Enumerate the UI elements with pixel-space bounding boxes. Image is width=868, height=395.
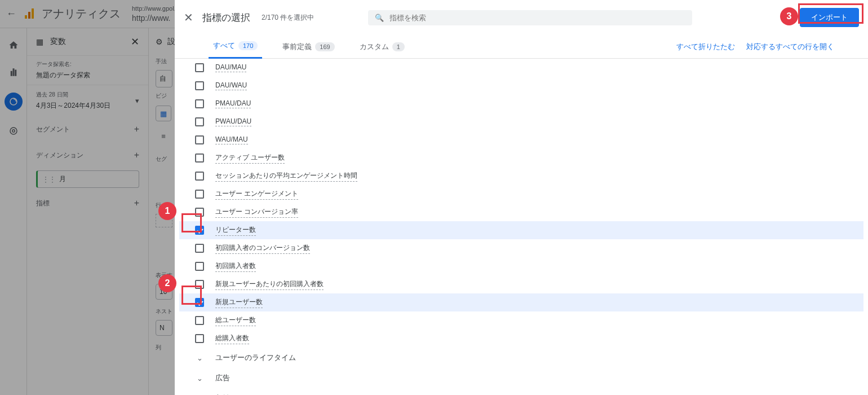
metric-group-row[interactable]: ⌄広告 bbox=[179, 368, 863, 388]
metric-label: アクティブ ユーザー数 bbox=[215, 153, 285, 164]
group-label: ユーザーのライフタイム bbox=[215, 353, 296, 363]
metric-label: DAU/WAU bbox=[215, 81, 247, 90]
chevron-down-icon: ⌄ bbox=[194, 374, 205, 383]
close-modal-icon[interactable]: ✕ bbox=[184, 11, 193, 24]
metric-checkbox[interactable] bbox=[194, 134, 205, 146]
metric-row[interactable]: PWAU/DAU bbox=[179, 113, 863, 131]
metric-label: 新規ユーザー数 bbox=[215, 297, 263, 308]
metric-label: PMAU/DAU bbox=[215, 99, 251, 108]
tab-all-count: 170 bbox=[238, 41, 258, 50]
modal-tabs: すべて 170 事前定義 169 カスタム 1 すべて折りたたむ 対応するすべて… bbox=[175, 35, 868, 59]
callout-3-box bbox=[798, 3, 863, 24]
chevron-down-icon: ⌄ bbox=[194, 354, 205, 362]
metric-label: DAU/MAU bbox=[215, 63, 246, 72]
metric-row[interactable]: 新規ユーザーあたりの初回購入者数 bbox=[179, 275, 863, 293]
metric-row[interactable]: WAU/MAU bbox=[179, 131, 863, 149]
metric-checkbox[interactable] bbox=[194, 116, 205, 128]
group-label: 広告 bbox=[215, 373, 230, 383]
metric-checkbox[interactable] bbox=[194, 152, 205, 164]
metric-checkbox[interactable] bbox=[194, 80, 205, 91]
metric-checkbox[interactable] bbox=[194, 261, 205, 272]
metric-row[interactable]: ユーザー コンバージョン率 bbox=[179, 203, 863, 221]
metric-checkbox[interactable] bbox=[194, 188, 205, 200]
metric-row[interactable]: PMAU/DAU bbox=[179, 95, 863, 113]
metric-picker-modal: ✕ 指標の選択 2/170 件を選択中 🔍 インポート すべて 170 事前定義… bbox=[175, 0, 868, 395]
metric-row[interactable]: アクティブ ユーザー数 bbox=[179, 149, 863, 167]
tab-custom[interactable]: カスタム 1 bbox=[355, 35, 409, 59]
metric-list[interactable]: DAU/MAUDAU/WAUPMAU/DAUPWAU/DAUWAU/MAUアクテ… bbox=[175, 59, 868, 395]
metric-checkbox[interactable] bbox=[194, 333, 205, 344]
callout-2: 2 bbox=[158, 274, 176, 292]
metric-label: 総ユーザー数 bbox=[215, 315, 256, 326]
callout-1: 1 bbox=[158, 202, 176, 220]
metric-label: 初回購入者数 bbox=[215, 261, 256, 272]
tab-predefined-count: 169 bbox=[315, 42, 334, 51]
metric-row[interactable]: 総購入者数 bbox=[179, 330, 863, 348]
metric-checkbox[interactable] bbox=[194, 243, 205, 254]
metric-label: WAU/MAU bbox=[215, 135, 248, 144]
metric-group-row[interactable]: ⌄収益 bbox=[179, 388, 863, 395]
metric-label: ユーザー コンバージョン率 bbox=[215, 207, 298, 218]
callout-1-box bbox=[181, 213, 202, 232]
metric-row[interactable]: 新規ユーザー数 bbox=[179, 293, 863, 311]
tab-all-label: すべて bbox=[213, 41, 235, 51]
metric-row[interactable]: DAU/MAU bbox=[179, 59, 863, 77]
metric-row[interactable]: 初回購入者数 bbox=[179, 257, 863, 275]
tab-predefined[interactable]: 事前定義 169 bbox=[278, 35, 339, 59]
tab-custom-count: 1 bbox=[392, 42, 405, 51]
search-box[interactable]: 🔍 bbox=[368, 10, 692, 25]
modal-title: 指標の選択 bbox=[202, 11, 250, 24]
metric-row[interactable]: リピーター数 bbox=[179, 221, 863, 239]
tab-custom-label: カスタム bbox=[360, 42, 389, 52]
modal-overlay[interactable] bbox=[0, 0, 175, 395]
callout-3: 3 bbox=[780, 7, 798, 25]
metric-row[interactable]: セッションあたりの平均エンゲージメント時間 bbox=[179, 167, 863, 185]
search-input[interactable] bbox=[389, 14, 685, 22]
metric-label: 初回購入者のコンバージョン数 bbox=[215, 243, 310, 254]
search-icon: 🔍 bbox=[375, 14, 384, 22]
metric-label: リピーター数 bbox=[215, 225, 256, 236]
expand-all-link[interactable]: 対応するすべての行を開く bbox=[746, 42, 834, 52]
metric-checkbox[interactable] bbox=[194, 62, 205, 73]
tab-predefined-label: 事前定義 bbox=[282, 42, 312, 52]
metric-label: PWAU/DAU bbox=[215, 117, 251, 126]
metric-label: 総購入者数 bbox=[215, 333, 249, 344]
collapse-all-link[interactable]: すべて折りたたむ bbox=[676, 42, 735, 52]
metric-row[interactable]: 総ユーザー数 bbox=[179, 311, 863, 330]
metric-group-row[interactable]: ⌄ユーザーのライフタイム bbox=[179, 348, 863, 368]
metric-label: セッションあたりの平均エンゲージメント時間 bbox=[215, 171, 357, 182]
callout-2-box bbox=[181, 286, 202, 305]
metric-checkbox[interactable] bbox=[194, 315, 205, 326]
metric-label: ユーザー エンゲージメント bbox=[215, 189, 298, 200]
modal-subtitle: 2/170 件を選択中 bbox=[262, 13, 314, 23]
tab-all[interactable]: すべて 170 bbox=[209, 35, 262, 59]
modal-header: ✕ 指標の選択 2/170 件を選択中 🔍 インポート bbox=[175, 0, 868, 35]
metric-row[interactable]: 初回購入者のコンバージョン数 bbox=[179, 239, 863, 257]
metric-label: 新規ユーザーあたりの初回購入者数 bbox=[215, 279, 324, 290]
metric-checkbox[interactable] bbox=[194, 170, 205, 182]
metric-row[interactable]: ユーザー エンゲージメント bbox=[179, 185, 863, 203]
metric-row[interactable]: DAU/WAU bbox=[179, 77, 863, 95]
metric-checkbox[interactable] bbox=[194, 98, 205, 109]
